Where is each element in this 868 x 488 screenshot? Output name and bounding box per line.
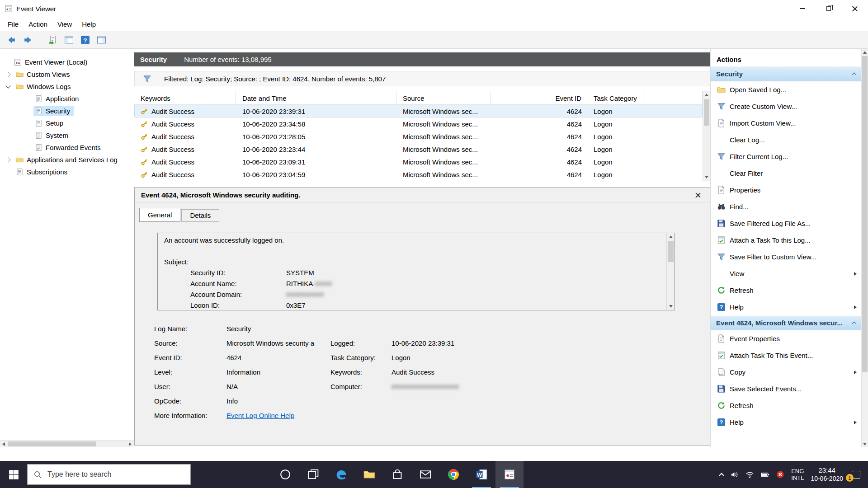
minimize-button[interactable] — [789, 0, 816, 17]
tree-item-applications-and-services-log[interactable]: Applications and Services Log — [0, 154, 134, 166]
action-attach-task-to-event[interactable]: Attach Task To This Event... — [711, 347, 861, 364]
menu-help[interactable]: Help — [77, 19, 101, 30]
tree-item-application[interactable]: Application — [0, 93, 134, 105]
close-button[interactable] — [842, 0, 868, 17]
tree-item-custom-views[interactable]: Custom Views — [0, 68, 134, 80]
tree-item-subscriptions[interactable]: Subscriptions — [0, 166, 134, 178]
scroll-up-button[interactable] — [667, 233, 675, 240]
chevron-right-icon[interactable] — [5, 157, 10, 162]
start-button[interactable] — [0, 461, 27, 488]
folder-icon — [16, 156, 24, 164]
scroll-up-button[interactable] — [862, 49, 868, 56]
close-detail-button[interactable] — [692, 189, 703, 201]
volume-icon[interactable] — [730, 470, 739, 479]
action-attach-task-to-log[interactable]: Attach a Task To this Log... — [711, 232, 861, 249]
column-header-keywords[interactable]: Keywords — [134, 91, 236, 105]
action-properties[interactable]: Properties — [711, 182, 861, 198]
network-icon[interactable] — [745, 470, 754, 479]
tree-item-windows-logs[interactable]: Windows Logs — [0, 80, 134, 93]
column-header-task-category[interactable]: Task Category — [587, 91, 645, 105]
action-open-saved-log[interactable]: Open Saved Log... — [711, 81, 861, 98]
event-row[interactable]: Audit Success 10-06-2020 23:28:05 Micros… — [134, 130, 703, 143]
scrollbar-thumb[interactable] — [8, 441, 96, 446]
language-indicator[interactable]: ENG INTL — [791, 468, 804, 481]
file-explorer-button[interactable] — [355, 461, 383, 488]
tab-details[interactable]: Details — [181, 209, 219, 222]
tree-horizontal-scrollbar[interactable] — [0, 440, 134, 447]
action-event-properties[interactable]: Event Properties — [711, 330, 861, 347]
scrollbar-thumb[interactable] — [704, 99, 709, 126]
actions-section-security-header[interactable]: Security — [711, 66, 861, 81]
column-header-event-id[interactable]: Event ID — [491, 91, 587, 105]
action-find[interactable]: Find... — [711, 198, 861, 215]
action-copy[interactable]: Copy — [711, 364, 861, 380]
menu-view[interactable]: View — [52, 19, 77, 30]
scroll-left-icon — [2, 442, 5, 446]
column-header-date-and-time[interactable]: Date and Time — [236, 91, 396, 105]
scrollbar-thumb[interactable] — [862, 56, 868, 372]
scrollbar-thumb[interactable] — [668, 241, 674, 262]
action-view[interactable]: View — [711, 265, 861, 282]
store-button[interactable] — [383, 461, 411, 488]
action-filter-current-log[interactable]: Filter Current Log... — [711, 148, 861, 165]
scroll-up-button[interactable] — [703, 91, 710, 99]
chrome-button[interactable] — [439, 461, 467, 488]
word-button[interactable] — [467, 461, 495, 488]
forward-button[interactable] — [21, 33, 34, 47]
column-header-source[interactable]: Source — [396, 91, 491, 105]
action-help-event[interactable]: Help — [711, 414, 861, 431]
chevron-down-icon[interactable] — [5, 83, 10, 88]
action-save-filtered-log-file-as[interactable]: Save Filtered Log File As... — [711, 215, 861, 232]
event-row[interactable]: Audit Success 10-06-2020 23:34:58 Micros… — [134, 117, 703, 130]
clock[interactable]: 23:44 10-06-2020 — [811, 466, 843, 483]
action-save-filter-to-custom-view[interactable]: Save Filter to Custom View... — [711, 249, 861, 265]
back-button[interactable] — [5, 33, 18, 47]
task-view-button[interactable] — [299, 461, 327, 488]
action-clear-filter[interactable]: Clear Filter — [711, 165, 861, 182]
tree-item-security[interactable]: Security — [0, 105, 134, 117]
export-button[interactable] — [46, 33, 59, 47]
menu-file[interactable]: File — [3, 19, 24, 30]
chevron-right-icon[interactable] — [5, 72, 10, 77]
error-tray-icon[interactable] — [776, 470, 784, 479]
show-console-tree-button[interactable] — [62, 33, 75, 47]
action-help[interactable]: Help — [711, 299, 861, 315]
event-viewer-taskbar-button[interactable] — [495, 461, 524, 488]
action-create-custom-view[interactable]: Create Custom View... — [711, 98, 861, 115]
scroll-down-button[interactable] — [703, 174, 710, 181]
event-row[interactable]: Audit Success 10-06-2020 23:23:44 Micros… — [134, 143, 703, 155]
event-log-online-help-link[interactable]: Event Log Online Help — [226, 412, 294, 419]
battery-icon[interactable] — [761, 470, 769, 479]
actions-section-event-header[interactable]: Event 4624, Microsoft Windows secur... — [711, 315, 861, 330]
tab-general[interactable]: General — [139, 208, 180, 222]
tree-item-system[interactable]: System — [0, 129, 134, 141]
action-import-custom-view[interactable]: Import Custom View... — [711, 115, 861, 131]
restore-button[interactable] — [816, 0, 842, 17]
scroll-down-button[interactable] — [667, 303, 675, 310]
edge-button[interactable] — [327, 461, 355, 488]
action-clear-log[interactable]: Clear Log... — [711, 131, 861, 148]
mail-button[interactable] — [411, 461, 439, 488]
help-button[interactable] — [78, 33, 92, 47]
description-scrollbar[interactable] — [666, 233, 675, 310]
actions-scrollbar[interactable] — [861, 49, 868, 447]
taskbar-search-box[interactable]: Type here to search — [27, 464, 191, 485]
tree-item-forwarded-events[interactable]: Forwarded Events — [0, 141, 134, 154]
events-vertical-scrollbar[interactable] — [703, 91, 710, 181]
tree-item-event-viewer-local[interactable]: Event Viewer (Local) — [0, 56, 134, 68]
action-center-button[interactable]: 1 — [850, 469, 862, 479]
menu-action[interactable]: Action — [24, 19, 52, 30]
action-save-selected-events[interactable]: Save Selected Events... — [711, 380, 861, 397]
show-action-pane-button[interactable] — [94, 33, 108, 47]
cortana-button[interactable] — [271, 461, 299, 488]
tree-item-setup[interactable]: Setup — [0, 117, 134, 129]
action-refresh-event[interactable]: Refresh — [711, 397, 861, 414]
scroll-down-button[interactable] — [862, 441, 868, 447]
event-row[interactable]: Audit Success 10-06-2020 23:09:31 Micros… — [134, 155, 703, 168]
event-row[interactable]: Audit Success 10-06-2020 23:39:31 Micros… — [134, 105, 703, 117]
hidden-icons-chevron[interactable] — [719, 473, 724, 478]
scroll-right-button[interactable] — [127, 441, 134, 447]
action-refresh[interactable]: Refresh — [711, 282, 861, 299]
scroll-left-button[interactable] — [0, 441, 7, 447]
event-row[interactable]: Audit Success 10-06-2020 23:04:59 Micros… — [134, 168, 703, 181]
